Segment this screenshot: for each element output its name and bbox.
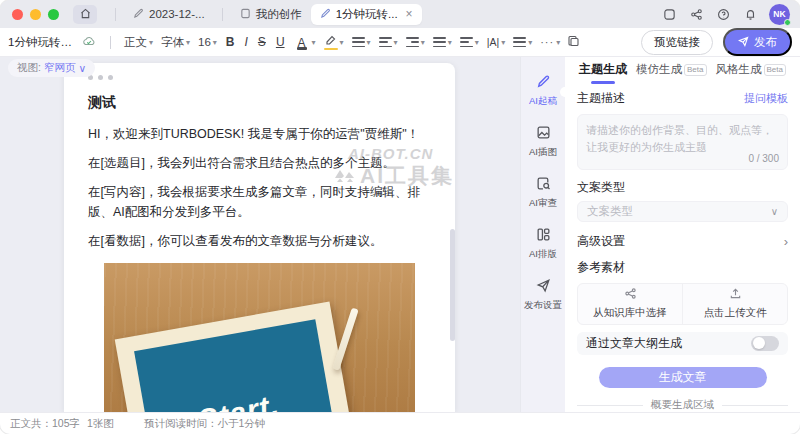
doc-paragraph[interactable]: 在[写内容]，我会根据要求生成多篇文章，同时支持编辑、排版、AI配图和分发到多平… (88, 182, 431, 222)
outline-toggle[interactable] (751, 336, 779, 351)
divider (222, 8, 223, 21)
doc-title[interactable]: 1分钟玩转T... (8, 35, 74, 50)
document-icon (240, 8, 251, 21)
align-button[interactable]: ▾ (349, 35, 374, 49)
tab-label: 2023-12-... (149, 8, 205, 20)
underline-button[interactable]: U (272, 33, 289, 51)
line-spacing-icon (379, 37, 392, 47)
window-controls[interactable] (12, 9, 59, 20)
outline-generation-row: 通过文章大纲生成 (577, 332, 788, 355)
upload-file-button[interactable]: 点击上传文件 (682, 284, 787, 324)
preview-link-button[interactable]: 预览链接 (641, 30, 713, 55)
list-button[interactable]: ▾ (510, 35, 535, 49)
doc-paragraph[interactable]: 在[选题目]，我会列出符合需求且结合热点的多个主题。 (88, 153, 431, 173)
bold-button[interactable]: B (222, 33, 239, 51)
format-painter-icon[interactable] (567, 33, 579, 51)
image-paper: Start. (115, 302, 364, 412)
tab-recent-doc[interactable]: 2023-12-... (124, 5, 214, 24)
generation-panel: 主题生成 模仿生成Beta 风格生成Beta 主题描述 提问模板 请描述你的创作… (565, 57, 800, 412)
image-text: Start. (194, 388, 282, 412)
pencil-icon (320, 8, 331, 21)
content-type-select[interactable]: 文案类型 ∨ (577, 201, 788, 222)
paper-plane-icon (738, 36, 749, 49)
tab-imitate-generation[interactable]: 模仿生成Beta (636, 62, 706, 77)
advanced-settings-row[interactable]: 高级设置 › (577, 233, 788, 250)
doc-image-start[interactable]: Start. (104, 263, 415, 412)
align-icon (352, 37, 365, 47)
doc-heading[interactable]: 测试 (88, 94, 431, 112)
font-family-select[interactable]: 字体▾ (158, 33, 193, 52)
input-placeholder: 请描述你的创作背景、目的、观点等，让我更好的为你生成主题 (586, 122, 779, 156)
letter-spacing-button[interactable]: |A|▾ (484, 34, 508, 50)
ai-sidebar: AI起稿 AI插图 AI审查 AI排版 发布设置 (521, 57, 565, 412)
upload-icon (729, 287, 742, 302)
line-spacing-button[interactable]: ▾ (376, 35, 401, 49)
space-above-button[interactable]: ▾ (430, 35, 455, 49)
publish-button[interactable]: 发布 (723, 28, 792, 56)
space-above-icon (433, 37, 446, 47)
indent-button[interactable]: ▾ (403, 35, 428, 49)
divider (110, 36, 111, 49)
close-window-button[interactable] (12, 9, 23, 20)
chevron-down-icon: ∨ (78, 62, 86, 74)
more-tools-button[interactable]: ···▾ (537, 34, 563, 50)
view-select[interactable]: 视图: 窄网页 ∨ (8, 59, 95, 77)
notifications-icon[interactable] (744, 8, 757, 21)
select-from-knowledge-base-button[interactable]: 从知识库中选择 (578, 284, 682, 324)
pencil-icon (536, 74, 551, 91)
font-size-select[interactable]: 16▾ (195, 34, 220, 50)
divider (115, 8, 116, 21)
tab-current-doc[interactable]: 1分钟玩转... × (311, 4, 422, 25)
summary-area-label: 概要生成区域 (577, 398, 788, 412)
maximize-window-button[interactable] (48, 9, 59, 20)
tab-label: 1分钟玩转... (336, 7, 398, 22)
chevron-down-icon: ∨ (771, 206, 778, 217)
image-icon (536, 125, 551, 142)
topic-description-input[interactable]: 请描述你的创作背景、目的、观点等，让我更好的为你生成主题 0 / 300 (577, 114, 788, 170)
sidebar-item-ai-image[interactable]: AI插图 (521, 118, 565, 167)
tab-style-generation[interactable]: 风格生成Beta (716, 62, 786, 77)
document-card[interactable]: 测试 HI，欢迎来到TURBODESK! 我是专属于你的运营"贾维斯"！ 在[选… (64, 63, 455, 412)
sidebar-item-ai-draft[interactable]: AI起稿 (521, 67, 565, 116)
space-below-icon (460, 37, 473, 47)
content-type-label: 文案类型 (577, 179, 788, 196)
home-button[interactable] (73, 5, 97, 24)
review-icon (536, 176, 551, 193)
tab-topic-generation[interactable]: 主题生成 (579, 61, 627, 78)
cloud-sync-icon (82, 33, 96, 51)
sidebar-item-ai-layout[interactable]: AI排版 (521, 220, 565, 269)
image-pen (332, 307, 358, 370)
paragraph-style-select[interactable]: 正文▾ (121, 33, 156, 52)
font-color-button[interactable]: A▾ (291, 32, 319, 53)
image-count: 1张图 (87, 417, 114, 431)
tab-my-creations[interactable]: 我的创作 (231, 4, 311, 25)
send-icon (536, 278, 551, 295)
editor-area: 视图: 窄网页 ∨ 测试 HI，欢迎来到TURBODESK! 我是专属于你的运营… (0, 57, 520, 412)
doc-paragraph[interactable]: HI，欢迎来到TURBODESK! 我是专属于你的运营"贾维斯"！ (88, 124, 431, 144)
beta-badge: Beta (684, 64, 706, 76)
statusbar: 正文共：105字 1张图 预计阅读时间：小于1分钟 (0, 412, 800, 434)
help-icon[interactable] (717, 8, 730, 21)
toolbar: 1分钟玩转T... 正文▾ 字体▾ 16▾ B I S U A▾ ▾ ▾ ▾ ▾… (0, 28, 800, 57)
share-icon[interactable] (690, 8, 703, 21)
sidebar-item-ai-review[interactable]: AI审查 (521, 169, 565, 218)
home-icon (80, 5, 91, 23)
highlighter-icon (324, 34, 338, 50)
question-template-link[interactable]: 提问模板 (744, 91, 788, 106)
italic-button[interactable]: I (241, 33, 252, 51)
generate-article-button[interactable]: 生成文章 (599, 367, 767, 388)
sidebar-toggle-icon[interactable] (663, 8, 676, 21)
strikethrough-button[interactable]: S (254, 33, 270, 51)
avatar[interactable]: NK (769, 4, 790, 25)
highlight-button[interactable]: ▾ (321, 32, 347, 52)
editor-scrollbar[interactable] (450, 229, 455, 341)
pencil-icon (133, 8, 144, 21)
doc-paragraph[interactable]: 在[看数据]，你可以查看发布的文章数据与分析建议。 (88, 231, 431, 251)
list-icon (513, 37, 526, 47)
close-tab-icon[interactable]: × (406, 7, 413, 21)
app-window: 2023-12-... 我的创作 1分钟玩转... × NK 1分钟玩转T...… (0, 0, 800, 434)
minimize-window-button[interactable] (30, 9, 41, 20)
generation-tabs: 主题生成 模仿生成Beta 风格生成Beta (577, 57, 788, 82)
space-below-button[interactable]: ▾ (457, 35, 482, 49)
sidebar-item-publish-settings[interactable]: 发布设置 (521, 271, 565, 320)
